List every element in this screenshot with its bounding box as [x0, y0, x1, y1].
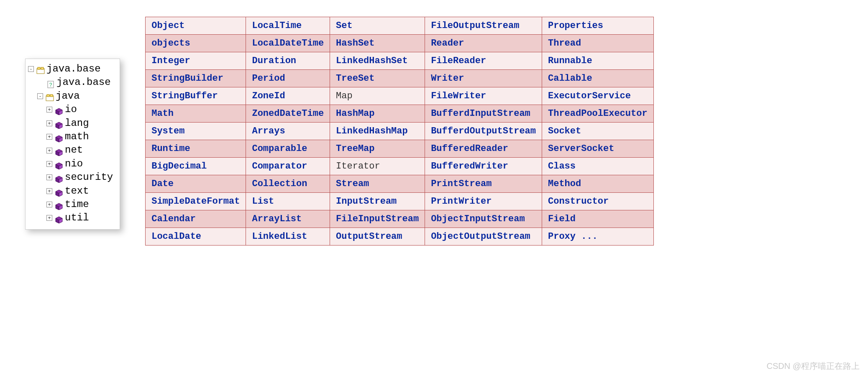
class-cell[interactable]: objects: [146, 35, 246, 52]
tree-node-sub[interactable]: ? java.base: [28, 76, 113, 89]
class-link[interactable]: TreeMap: [336, 143, 374, 154]
class-cell[interactable]: BigDecimal: [146, 158, 246, 175]
class-cell[interactable]: Runnable: [542, 52, 653, 70]
class-link[interactable]: Runnable: [548, 56, 592, 66]
class-cell[interactable]: BufferdInputStream: [425, 105, 542, 123]
class-cell[interactable]: ArrayList: [246, 210, 330, 228]
class-link[interactable]: Comparator: [252, 161, 307, 171]
class-cell[interactable]: Stream: [330, 175, 425, 193]
class-cell[interactable]: ExecutorService: [542, 87, 653, 105]
class-cell[interactable]: Calendar: [146, 210, 246, 228]
tree-node-package[interactable]: +nio: [28, 157, 113, 171]
class-link[interactable]: FileReader: [431, 56, 486, 66]
class-link[interactable]: Stream: [336, 179, 369, 189]
class-link[interactable]: Math: [151, 108, 174, 119]
class-cell[interactable]: LocalDateTime: [246, 35, 330, 52]
class-cell[interactable]: Math: [146, 105, 246, 123]
class-link[interactable]: Reader: [431, 38, 464, 49]
class-cell[interactable]: ObjectInputStream: [425, 210, 542, 228]
class-cell[interactable]: PrintWriter: [425, 193, 542, 210]
class-link[interactable]: Method: [548, 179, 581, 189]
collapse-icon[interactable]: -: [37, 93, 43, 99]
class-link[interactable]: System: [151, 126, 184, 136]
class-link[interactable]: SimpleDateFormat: [151, 196, 240, 207]
class-link[interactable]: ArrayList: [252, 214, 302, 224]
class-cell[interactable]: StringBuilder: [146, 70, 246, 87]
class-link[interactable]: HashSet: [336, 38, 374, 49]
class-cell[interactable]: TreeSet: [330, 70, 425, 87]
expand-icon[interactable]: +: [46, 188, 52, 194]
class-link[interactable]: Calendar: [151, 214, 196, 224]
tree-node-package[interactable]: +text: [28, 184, 113, 198]
class-link[interactable]: Set: [336, 20, 353, 31]
class-cell[interactable]: Object: [146, 17, 246, 35]
class-cell[interactable]: Iterator: [330, 158, 425, 175]
class-link[interactable]: Proxy ...: [548, 231, 598, 242]
class-cell[interactable]: Socket: [542, 123, 653, 140]
class-link[interactable]: Thread: [548, 38, 581, 49]
class-cell[interactable]: FileOutputStream: [425, 17, 542, 35]
expand-icon[interactable]: +: [46, 134, 52, 140]
class-link[interactable]: Arrays: [252, 126, 285, 136]
class-cell[interactable]: Constructor: [542, 193, 653, 210]
expand-icon[interactable]: +: [46, 148, 52, 153]
class-cell[interactable]: Set: [330, 17, 425, 35]
class-link[interactable]: ObjectOutputStream: [431, 231, 530, 242]
class-link[interactable]: Field: [548, 214, 576, 224]
class-link[interactable]: BigDecimal: [151, 161, 207, 171]
class-cell[interactable]: BufferdOutputStream: [425, 123, 542, 140]
class-cell[interactable]: Field: [542, 210, 653, 228]
class-link[interactable]: StringBuilder: [151, 73, 223, 84]
class-cell[interactable]: StringBuffer: [146, 87, 246, 105]
expand-icon[interactable]: +: [46, 107, 52, 113]
class-cell[interactable]: OutputStream: [330, 228, 425, 246]
class-link[interactable]: LocalDateTime: [252, 38, 324, 49]
class-cell[interactable]: InputStream: [330, 193, 425, 210]
class-cell[interactable]: Date: [146, 175, 246, 193]
class-link[interactable]: Callable: [548, 73, 592, 84]
class-link[interactable]: Date: [151, 179, 174, 189]
tree-node-package[interactable]: +lang: [28, 117, 113, 130]
class-link[interactable]: ServerSocket: [548, 143, 614, 154]
class-link[interactable]: LocalDate: [151, 231, 201, 242]
class-cell[interactable]: Period: [246, 70, 330, 87]
class-link[interactable]: ObjectInputStream: [431, 214, 525, 224]
class-link[interactable]: BufferedReader: [431, 143, 508, 154]
class-link[interactable]: Collection: [252, 179, 307, 189]
tree-node-package[interactable]: +security: [28, 171, 113, 184]
class-link[interactable]: List: [252, 196, 274, 207]
class-link[interactable]: InputStream: [336, 196, 397, 207]
tree-node-root[interactable]: - java.base: [28, 62, 113, 76]
class-cell[interactable]: HashMap: [330, 105, 425, 123]
class-cell[interactable]: FileWriter: [425, 87, 542, 105]
tree-node-java[interactable]: - java: [28, 90, 113, 103]
class-link[interactable]: Comparable: [252, 143, 307, 154]
class-cell[interactable]: Writer: [425, 70, 542, 87]
class-cell[interactable]: Class: [542, 158, 653, 175]
class-cell[interactable]: Comparable: [246, 140, 330, 158]
expand-icon[interactable]: +: [46, 120, 52, 126]
expand-icon[interactable]: +: [46, 174, 52, 180]
class-link[interactable]: StringBuffer: [151, 91, 218, 101]
class-link[interactable]: TreeSet: [336, 73, 374, 84]
class-link[interactable]: ZonedDateTime: [252, 108, 324, 119]
expand-icon[interactable]: +: [46, 202, 52, 207]
class-link[interactable]: BufferedWriter: [431, 161, 508, 171]
expand-icon[interactable]: +: [46, 161, 52, 167]
class-link[interactable]: Socket: [548, 126, 581, 136]
class-cell[interactable]: Properties: [542, 17, 653, 35]
class-cell[interactable]: Map: [330, 87, 425, 105]
tree-node-package[interactable]: +net: [28, 143, 113, 157]
class-cell[interactable]: Integer: [146, 52, 246, 70]
class-cell[interactable]: BufferedWriter: [425, 158, 542, 175]
class-link[interactable]: LocalTime: [252, 20, 302, 31]
class-link[interactable]: LinkedHashSet: [336, 56, 408, 66]
class-cell[interactable]: LocalTime: [246, 17, 330, 35]
class-link[interactable]: BufferdOutputStream: [431, 126, 536, 136]
tree-node-package[interactable]: +util: [28, 211, 113, 225]
class-cell[interactable]: Runtime: [146, 140, 246, 158]
class-cell[interactable]: PrintStream: [425, 175, 542, 193]
class-link[interactable]: Constructor: [548, 196, 609, 207]
class-link[interactable]: Duration: [252, 56, 296, 66]
class-cell[interactable]: TreeMap: [330, 140, 425, 158]
